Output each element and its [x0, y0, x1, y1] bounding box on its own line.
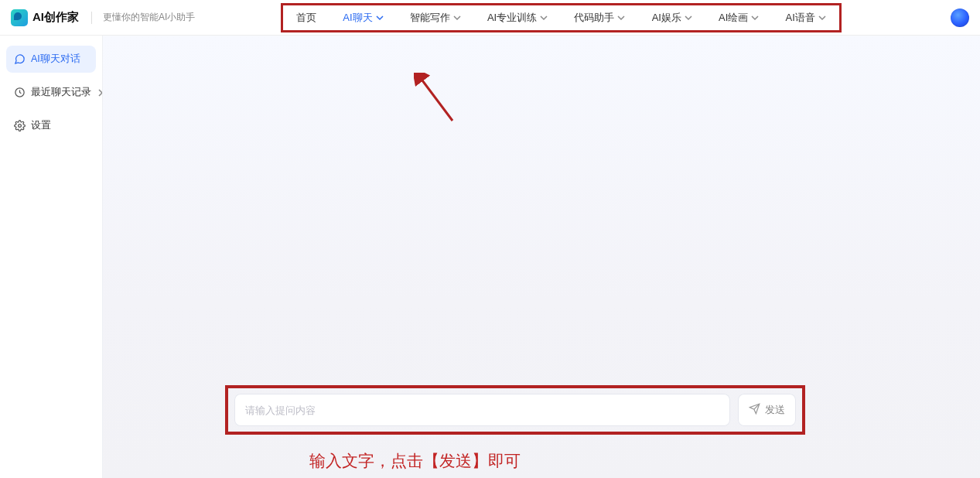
sidebar: AI聊天对话 最近聊天记录 设置 — [0, 36, 102, 478]
sidebar-item-label: AI聊天对话 — [31, 53, 80, 66]
chat-icon — [14, 53, 26, 65]
sidebar-item-recent[interactable]: 最近聊天记录 — [6, 79, 96, 106]
sidebar-item-label: 设置 — [31, 119, 51, 132]
nav-ai-painting[interactable]: AI绘画 — [719, 11, 759, 25]
sidebar-item-label: 最近聊天记录 — [31, 86, 91, 99]
nav-label: AI专业训练 — [487, 11, 537, 25]
chevron-down-icon — [685, 14, 692, 22]
header: AI创作家 更懂你的智能AI小助手 首页 AI聊天 智能写作 AI专业训练 代码 — [0, 0, 980, 36]
chevron-down-icon — [376, 14, 384, 22]
send-label: 发送 — [765, 403, 785, 417]
sidebar-item-settings[interactable]: 设置 — [6, 112, 96, 139]
chevron-down-icon — [818, 14, 826, 22]
nav-ai-voice[interactable]: AI语音 — [786, 11, 826, 25]
nav-label: AI绘画 — [719, 11, 748, 25]
nav-label: 智能写作 — [410, 11, 450, 25]
chevron-down-icon — [453, 14, 461, 22]
input-area-highlight: 发送 — [225, 385, 805, 435]
send-icon — [749, 403, 760, 417]
nav-label: 首页 — [296, 11, 316, 25]
logo-area: AI创作家 更懂你的智能AI小助手 — [11, 9, 195, 26]
instruction-text: 输入文字，点击【发送】即可 — [309, 450, 521, 472]
nav-bar: 首页 AI聊天 智能写作 AI专业训练 代码助手 AI娱 — [281, 3, 842, 32]
logo-icon — [11, 9, 28, 26]
tagline: 更懂你的智能AI小助手 — [103, 11, 195, 24]
nav-label: AI娱乐 — [652, 11, 681, 25]
chat-input[interactable] — [234, 394, 730, 426]
nav-label: 代码助手 — [574, 11, 614, 25]
nav-smart-writing[interactable]: 智能写作 — [410, 11, 461, 25]
avatar[interactable] — [951, 9, 969, 27]
nav-ai-entertainment[interactable]: AI娱乐 — [652, 11, 692, 25]
gear-icon — [14, 120, 26, 131]
nav-label: AI语音 — [786, 11, 815, 25]
nav-ai-chat[interactable]: AI聊天 — [343, 11, 383, 25]
sidebar-item-ai-chat[interactable]: AI聊天对话 — [6, 46, 96, 73]
chevron-down-icon — [617, 14, 625, 22]
product-name: AI创作家 — [32, 10, 79, 25]
svg-point-1 — [19, 125, 22, 128]
divider — [91, 12, 92, 24]
svg-line-2 — [420, 77, 452, 121]
send-button[interactable]: 发送 — [738, 394, 796, 426]
clock-icon — [14, 87, 26, 98]
nav-home[interactable]: 首页 — [296, 11, 316, 25]
arrow-annotation-icon — [414, 73, 460, 130]
nav-ai-pro-training[interactable]: AI专业训练 — [487, 11, 548, 25]
nav-code-assistant[interactable]: 代码助手 — [574, 11, 625, 25]
chevron-down-icon — [540, 14, 548, 22]
chevron-down-icon — [751, 14, 759, 22]
nav-label: AI聊天 — [343, 11, 372, 25]
